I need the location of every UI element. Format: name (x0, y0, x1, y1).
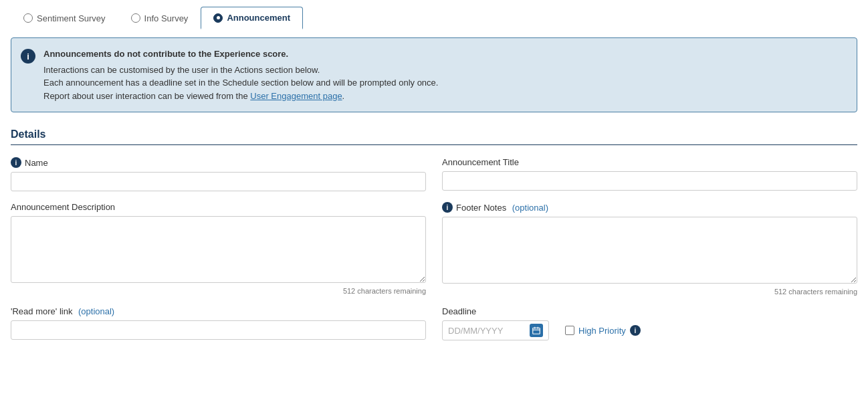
announcement-description-label: Announcement Description (11, 202, 426, 212)
info-box-icon: i (21, 49, 35, 64)
footer-notes-group: i Footer Notes (optional) 512 characters… (442, 202, 857, 296)
info-box: i Announcements do not contribute to the… (11, 37, 857, 112)
announcement-title-group: Announcement Title (442, 157, 857, 191)
announcement-title-input[interactable] (442, 171, 857, 191)
tab-announcement-radio (213, 13, 223, 23)
announcement-description-textarea[interactable] (11, 216, 426, 283)
calendar-icon[interactable] (530, 324, 543, 337)
name-input[interactable] (11, 172, 426, 191)
tab-announcement[interactable]: Announcement (201, 7, 303, 29)
info-box-headline: Announcements do not contribute to the E… (43, 47, 438, 61)
footer-notes-char-count: 512 characters remaining (442, 288, 857, 296)
info-box-content: Announcements do not contribute to the E… (43, 47, 438, 102)
footer-notes-label: i Footer Notes (optional) (442, 202, 857, 213)
user-engagement-link[interactable]: User Engagement page (250, 91, 342, 101)
name-label: i Name (11, 157, 426, 168)
read-more-input[interactable] (11, 320, 426, 340)
tab-info-radio (131, 13, 140, 23)
date-input-wrapper[interactable]: DD/MM/YYYY (442, 320, 549, 340)
tabs-row: Sentiment Survey Info Survey Announcemen… (11, 7, 857, 29)
read-more-label: 'Read more' link (optional) (11, 306, 426, 316)
info-box-line1: Interactions can be customised by the us… (43, 64, 438, 77)
info-box-line2: Each announcement has a deadline set in … (43, 76, 438, 90)
footer-notes-textarea[interactable] (442, 217, 857, 284)
tab-sentiment-label: Sentiment Survey (37, 13, 106, 23)
tab-info[interactable]: Info Survey (118, 7, 201, 29)
high-priority-label: High Priority (578, 326, 626, 336)
info-box-line3: Report about user interaction can be vie… (43, 90, 438, 103)
announcement-title-label: Announcement Title (442, 157, 857, 167)
tab-info-label: Info Survey (144, 13, 189, 23)
announcement-description-group: Announcement Description 512 characters … (11, 202, 426, 296)
tab-sentiment[interactable]: Sentiment Survey (11, 7, 118, 29)
name-group: i Name (11, 157, 426, 191)
svg-rect-0 (533, 328, 540, 334)
tab-announcement-label: Announcement (227, 13, 290, 23)
announcement-description-char-count: 512 characters remaining (11, 287, 426, 295)
deadline-label: Deadline (442, 306, 857, 316)
details-section-title: Details (11, 128, 857, 145)
tab-sentiment-radio (23, 13, 33, 23)
date-placeholder: DD/MM/YYYY (448, 326, 524, 336)
footer-notes-info-icon: i (442, 202, 453, 213)
high-priority-wrapper: High Priority i (565, 325, 641, 336)
name-info-icon: i (11, 157, 21, 168)
form-grid: i Name Announcement Title Announcement D… (11, 157, 857, 340)
footer-notes-optional: (optional) (510, 203, 548, 213)
deadline-row: DD/MM/YYYY High Priority i (442, 320, 857, 340)
deadline-group: Deadline DD/MM/YYYY High Priority i (442, 306, 857, 340)
read-more-group: 'Read more' link (optional) (11, 306, 426, 340)
high-priority-info-icon: i (630, 325, 641, 336)
read-more-optional: (optional) (76, 306, 114, 316)
high-priority-checkbox[interactable] (565, 326, 574, 335)
